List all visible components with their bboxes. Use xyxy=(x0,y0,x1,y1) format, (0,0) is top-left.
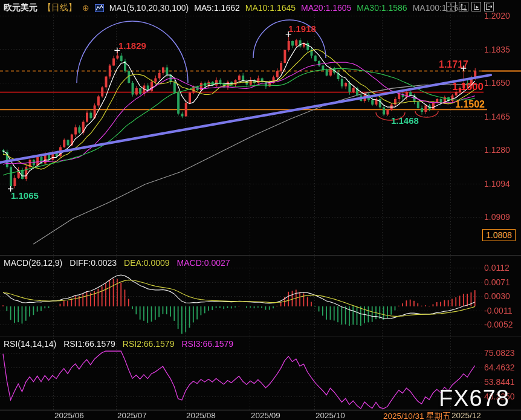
chart-header: 欧元美元 【日线】 ⊕ MA1(5,10,20,30,100) MA5:1.16… xyxy=(4,2,468,13)
price-tick-label: 1.1650 xyxy=(484,78,510,88)
macd-tick-label: 0.0030 xyxy=(484,291,510,301)
app: { "header": { "symbol": "欧元美元", "period"… xyxy=(0,0,521,420)
macd-diff-value: DIFF:0.0023 xyxy=(70,258,117,268)
ma-params-label: MA1(5,10,20,30,100) xyxy=(109,3,189,13)
macd-tick-label: -0.0011 xyxy=(484,306,512,315)
time-tick-label: 2025/07 xyxy=(117,411,147,420)
axis-boxed-price-label: 1.0808 xyxy=(482,229,516,241)
chart-toolbar xyxy=(446,2,494,11)
ma30-value: MA30:1.1586 xyxy=(357,3,407,13)
symbol-title: 欧元美元 xyxy=(4,2,37,13)
price-tick-label: 1.1465 xyxy=(484,112,510,121)
macd-dea-value: DEA:0.0009 xyxy=(124,258,170,268)
hline-label-1-1600: 1.1600 xyxy=(447,81,484,93)
chart-play-icon[interactable] xyxy=(471,2,481,11)
ma20-value: MA20:1.1605 xyxy=(301,3,351,13)
macd-tick-label: -0.0052 xyxy=(484,320,513,329)
annotation-low-1-1065: 1.1065 xyxy=(11,190,39,201)
time-tick-label: 2025/08 xyxy=(186,411,216,420)
rsi-tick-label: 75.0823 xyxy=(484,348,515,358)
circle-plus-icon[interactable]: ⊕ xyxy=(82,4,89,12)
price-tick-label: 1.1094 xyxy=(484,179,510,189)
exit-icon[interactable] xyxy=(484,2,494,11)
watermark: FX678 xyxy=(439,386,510,412)
macd-tick-label: 0.0071 xyxy=(484,277,510,287)
time-tick-label: 2025/09 xyxy=(251,411,280,420)
ma10-value: MA10:1.1645 xyxy=(245,3,296,13)
ma5-value: MA5:1.1662 xyxy=(194,3,240,13)
hline-label-1-1502: 1.1502 xyxy=(447,99,485,110)
rsi2-value: RSI2:66.1579 xyxy=(123,339,175,349)
annotation-resistance-1-1717: 1.1717 xyxy=(439,59,468,70)
macd-panel-header: MACD(26,12,9) DIFF:0.0023 DEA:0.0009 MAC… xyxy=(4,258,230,268)
price-tick-label: 1.1835 xyxy=(484,45,510,54)
annotation-high-1-1918: 1.1918 xyxy=(288,24,316,34)
time-tick-label: 2025/10/31 星期五 xyxy=(383,411,451,420)
crosshair-icon[interactable] xyxy=(446,2,456,11)
macd-params-label: MACD(26,12,9) xyxy=(4,258,62,268)
macd-tick-label: 0.0112 xyxy=(484,263,510,273)
macd-macd-value: MACD:0.0027 xyxy=(177,258,230,268)
timeframe-label[interactable]: 【日线】 xyxy=(43,2,77,13)
annotation-low-1-1468: 1.1468 xyxy=(391,115,419,126)
time-tick-label: 2025/12 xyxy=(451,411,481,420)
rsi3-value: RSI3:66.1579 xyxy=(181,339,233,349)
rsi1-value: RSI1:66.1579 xyxy=(63,339,115,349)
time-tick-label: 2025/06 xyxy=(54,411,84,420)
annotation-high-1-1829: 1.1829 xyxy=(118,40,146,51)
price-tick-label: 1.1280 xyxy=(484,145,510,155)
rsi-panel-header: RSI(14,14,14) RSI1:66.1579 RSI2:66.1579 … xyxy=(4,339,233,349)
rsi-tick-label: 64.4632 xyxy=(484,363,515,372)
rsi-params-label: RSI(14,14,14) xyxy=(4,339,56,349)
chart-type-icon[interactable] xyxy=(95,4,104,12)
axis-scale-icon[interactable] xyxy=(459,2,468,11)
time-tick-label: 2025/10 xyxy=(316,411,345,420)
price-tick-label: 1.0909 xyxy=(484,212,510,222)
price-tick-label: 1.2020 xyxy=(484,11,510,21)
